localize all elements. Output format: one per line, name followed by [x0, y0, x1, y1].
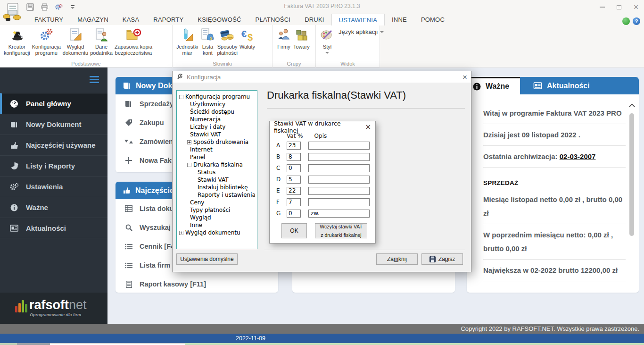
lista-kont-button[interactable]: $ Lista kont [200, 27, 215, 56]
towary-button[interactable]: Towary [293, 27, 310, 50]
desc-input-a[interactable] [308, 142, 370, 150]
styl-dropdown-icon[interactable] [325, 52, 329, 54]
tab-ustawienia[interactable]: USTAWIENIA [331, 14, 385, 25]
archive-date-link[interactable]: 02-03-2007 [560, 152, 596, 160]
tree-item[interactable]: Raporty i ustawienia [198, 192, 256, 198]
row-letter: C [276, 165, 287, 171]
tab-platnosci[interactable]: PŁATNOŚCI [248, 14, 298, 25]
zapasowa-kopia-button[interactable]: Zapasowa kopia bezpieczeństwa [115, 27, 152, 56]
tree-item[interactable]: Typy płatności [190, 207, 230, 213]
vat-input-a[interactable] [287, 142, 301, 150]
vat-input-f[interactable] [287, 198, 301, 206]
sidebar-item-nowy-dokument[interactable]: Nowy Dokument [0, 114, 107, 135]
desc-input-d[interactable] [308, 176, 370, 184]
vat-input-g[interactable] [287, 210, 301, 218]
tree-item[interactable]: Ceny [190, 199, 204, 206]
tree-item[interactable]: Numeracja [190, 116, 221, 123]
desc-input-g[interactable] [308, 210, 370, 218]
jednostki-miar-button[interactable]: Jednostki miar [176, 27, 198, 56]
sidebar-item-najczesciej-uzywane[interactable]: Najczęściej używane [0, 135, 107, 155]
maximize-button[interactable] [614, 3, 624, 11]
scrollbar[interactable] [627, 104, 636, 293]
scroll-up-icon[interactable] [629, 103, 635, 109]
save-button[interactable]: Zapisz [421, 253, 463, 265]
tab-wazne[interactable]: Ważne [467, 77, 520, 94]
tab-ksiegowosc[interactable]: KSIĘGOWOŚĆ [190, 14, 248, 25]
qat-dropdown-icon[interactable] [68, 3, 77, 11]
tree-item[interactable]: Stawki VAT [190, 131, 221, 138]
expand-icon[interactable]: + [187, 140, 191, 144]
sidebar-item-listy-i-raporty[interactable]: Listy i Raporty [0, 155, 107, 176]
save-icon[interactable] [25, 3, 35, 11]
sidebar-item-aktualnosci[interactable]: Aktualności [0, 218, 107, 238]
language-dropdown[interactable]: Język aplikacji [339, 28, 384, 35]
konfiguracja-programu-button[interactable]: Konfiguracja programu [32, 27, 61, 56]
max-sales-text: Największa w 02-2022 brutto 12200,00 zł [483, 263, 626, 277]
tree-item[interactable]: Sposób drukowania [193, 139, 248, 145]
tree-item[interactable]: Internet [190, 146, 213, 153]
tab-magazyn[interactable]: MAGAZYN [70, 14, 116, 25]
sidebar-item-panel-glowny[interactable]: Panel główny [0, 93, 107, 114]
newspaper-icon [533, 82, 542, 89]
list-item-raport-kasowy[interactable]: Raport kasowy [F11] [116, 275, 278, 294]
styl-button[interactable]: Styl [320, 27, 335, 54]
tree-item[interactable]: Liczby i daty [190, 124, 225, 130]
tree-item[interactable]: Ścieżki dostępu [190, 109, 234, 115]
tab-raporty[interactable]: RAPORTY [146, 14, 190, 25]
tree-item[interactable]: Panel [190, 154, 205, 160]
vat-dialog-title-bar[interactable]: Stawki VAT w drukarce fiskalnej × [270, 121, 375, 133]
load-vat-rates-button[interactable]: Wczytaj stawki VAT z drukarki fiskalnej [315, 223, 367, 238]
collapse-icon[interactable]: − [179, 95, 183, 99]
desc-input-f[interactable] [308, 198, 370, 206]
online-status-icon[interactable] [622, 17, 630, 25]
dane-podatnika-button[interactable]: Dane podatnika [90, 27, 113, 56]
tree-item[interactable]: Użytkownicy [190, 101, 225, 108]
desc-input-e[interactable] [308, 187, 370, 195]
tree-item[interactable]: Konfiguracja programu [185, 93, 250, 100]
desc-input-b[interactable] [308, 153, 370, 161]
ok-button[interactable]: OK [281, 223, 307, 238]
tree-item[interactable]: Drukarka fiskalna [193, 161, 243, 168]
tab-kasa[interactable]: KASA [116, 14, 146, 25]
status-bar: 2022-11-09 [0, 334, 644, 343]
waluty-button[interactable]: €$ Waluty [239, 27, 255, 50]
tree-item[interactable]: Inne [190, 222, 202, 228]
tab-faktury[interactable]: FAKTURY [27, 14, 70, 25]
expand-icon[interactable]: + [179, 231, 183, 235]
tree-item[interactable]: Instaluj bibliotekę [198, 184, 248, 191]
tree-item[interactable]: Wygląd [190, 214, 211, 221]
tab-pomoc[interactable]: POMOC [414, 14, 452, 25]
settings-icon[interactable] [54, 3, 63, 11]
close-button[interactable]: × [631, 3, 641, 11]
kreator-konfiguracji-button[interactable]: Kreator konfiguracji [4, 27, 30, 56]
gears-icon [9, 183, 19, 191]
collapse-icon[interactable]: − [187, 163, 191, 167]
hamburger-menu-icon[interactable] [90, 76, 99, 83]
tree-item[interactable]: Status [198, 169, 215, 176]
tree-item[interactable]: Stawki VAT [198, 177, 229, 183]
defaults-button[interactable]: Ustawienia domyślne [176, 253, 238, 265]
firmy-button[interactable]: Firmy [276, 27, 291, 50]
tab-inne[interactable]: INNE [385, 14, 414, 25]
sposoby-platnosci-button[interactable]: Sposoby płatności [217, 27, 237, 56]
close-icon[interactable]: × [365, 123, 371, 131]
ribbon-group-podstawowe: Kreator konfiguracji Konfiguracja progra… [0, 25, 173, 67]
minimize-button[interactable] [597, 3, 607, 11]
vat-input-c[interactable] [287, 164, 301, 172]
dialog-title-bar[interactable]: Konfiguracja × [173, 71, 471, 83]
vat-input-d[interactable] [287, 176, 301, 184]
vat-input-e[interactable] [287, 187, 301, 195]
desc-input-c[interactable] [308, 164, 370, 172]
sidebar-item-wazne[interactable]: Ważne [0, 197, 107, 218]
vat-input-b[interactable] [287, 153, 301, 161]
sidebar-item-ustawienia[interactable]: Ustawienia [0, 176, 107, 197]
tree-item[interactable]: Wygląd dokumentu [185, 229, 240, 236]
print-icon[interactable] [40, 3, 49, 11]
wyglad-dokumentu-button[interactable]: Wygląd dokumentu [63, 27, 88, 56]
tab-druki[interactable]: DRUKI [297, 14, 331, 25]
scrollbar-thumb[interactable] [629, 113, 634, 236]
tab-aktualnosci[interactable]: Aktualności [520, 77, 639, 94]
close-icon[interactable]: × [462, 73, 467, 81]
help-icon[interactable]: ? [633, 17, 640, 25]
close-dialog-button[interactable]: Zamknij [376, 253, 418, 265]
